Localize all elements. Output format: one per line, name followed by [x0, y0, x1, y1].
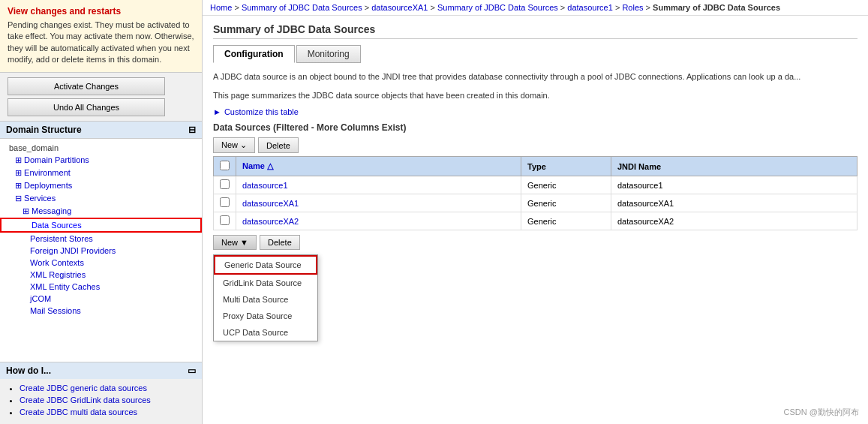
sidebar-buttons: Activate Changes Undo All Changes — [0, 73, 202, 122]
customize-link[interactable]: ► Customize this table — [213, 107, 857, 116]
row3-jndi: datasourceXA2 — [611, 212, 857, 230]
header-type: Type — [521, 157, 611, 176]
row1-checkbox — [214, 176, 236, 194]
breadcrumb-roles[interactable]: Roles — [622, 3, 643, 12]
tree-item-mail-sessions[interactable]: Mail Sessions — [0, 305, 202, 317]
table-toolbar-bottom-wrapper: New ▼ Delete Generic Data Source GridLin… — [213, 235, 857, 250]
dropdown-proxy-label: Proxy Data Source — [223, 311, 292, 320]
row1-name-link[interactable]: datasource1 — [242, 181, 288, 190]
activate-changes-button[interactable]: Activate Changes — [8, 77, 165, 95]
domain-structure-header: Domain Structure ⊟ — [0, 122, 202, 139]
tab-configuration[interactable]: Configuration — [213, 45, 295, 63]
select-all-checkbox[interactable] — [220, 161, 230, 170]
dropdown-gridlink-label: GridLink Data Source — [223, 278, 302, 287]
row2-checkbox — [214, 194, 236, 212]
tree-item-base-domain[interactable]: base_domain — [0, 142, 202, 154]
page-body: Summary of JDBC Data Sources Configurati… — [203, 16, 868, 424]
tree-item-xml-registries[interactable]: XML Registries — [0, 269, 202, 281]
table-row: datasource1 Generic datasource1 — [214, 176, 857, 194]
row3-checkbox — [214, 212, 236, 230]
tree-item-services[interactable]: ⊟ Services — [0, 192, 202, 205]
tree-item-domain-partitions[interactable]: ⊞ Domain Partitions — [0, 154, 202, 167]
delete-button-bottom[interactable]: Delete — [260, 235, 300, 250]
tree-item-data-sources[interactable]: Data Sources — [0, 218, 202, 233]
customize-link-label: Customize this table — [224, 107, 299, 116]
how-do-i-collapse-icon[interactable]: ▭ — [188, 365, 196, 376]
table-toolbar-bottom: New ▼ Delete Generic Data Source GridLin… — [213, 235, 857, 250]
new-button-top[interactable]: New ⌄ — [213, 137, 255, 153]
row1-select[interactable] — [220, 179, 230, 189]
tree-area: base_domain ⊞ Domain Partitions ⊞ Enviro… — [0, 139, 202, 362]
row3-name: datasourceXA2 — [236, 212, 521, 230]
new-dropdown-menu: Generic Data Source GridLink Data Source… — [213, 254, 318, 341]
undo-changes-button[interactable]: Undo All Changes — [8, 98, 165, 116]
domain-structure-label: Domain Structure — [6, 125, 82, 135]
how-do-i-item-1[interactable]: Create JDBC generic data sources — [20, 383, 194, 392]
watermark: CSDN @勤快的阿布 — [784, 407, 859, 418]
dropdown-item-generic[interactable]: Generic Data Source — [214, 255, 317, 275]
alert-text: Pending changes exist. They must be acti… — [8, 20, 194, 66]
breadcrumb-summary-2[interactable]: Summary of JDBC Data Sources — [437, 3, 558, 12]
description-1: A JDBC data source is an object bound to… — [213, 71, 857, 83]
tabs: Configuration Monitoring — [213, 45, 857, 63]
dropdown-generic-label: Generic Data Source — [224, 260, 302, 269]
tree-item-messaging[interactable]: ⊞ Messaging — [0, 205, 202, 218]
how-do-i-content: Create JDBC generic data sources Create … — [0, 379, 202, 424]
row2-type: Generic — [521, 194, 611, 212]
dropdown-item-gridlink[interactable]: GridLink Data Source — [214, 275, 317, 291]
header-checkbox — [214, 157, 236, 176]
row3-type: Generic — [521, 212, 611, 230]
dropdown-multi-label: Multi Data Source — [223, 295, 288, 304]
dropdown-item-proxy[interactable]: Proxy Data Source — [214, 308, 317, 324]
row2-select[interactable] — [220, 197, 230, 207]
breadcrumb-home[interactable]: Home — [210, 3, 232, 12]
customize-arrow-icon: ► — [213, 107, 221, 116]
row3-select[interactable] — [220, 215, 230, 225]
delete-button-top[interactable]: Delete — [258, 137, 299, 153]
table-section-title: Data Sources (Filtered - More Columns Ex… — [213, 122, 857, 133]
domain-structure-icon: ⊟ — [188, 125, 196, 135]
row1-name: datasource1 — [236, 176, 521, 194]
main-content: Home > Summary of JDBC Data Sources > da… — [203, 0, 868, 424]
tree-item-deployments[interactable]: ⊞ Deployments — [0, 179, 202, 192]
table-toolbar-top: New ⌄ Delete — [213, 137, 857, 153]
tree-item-persistent-stores[interactable]: Persistent Stores — [0, 233, 202, 245]
how-do-i-header: How do I... ▭ — [0, 362, 202, 379]
alert-title: View changes and restarts — [8, 6, 194, 17]
breadcrumb-summary-1[interactable]: Summary of JDBC Data Sources — [242, 3, 362, 12]
breadcrumb-current: Summary of JDBC Data Sources — [653, 3, 780, 12]
tree-item-jcom[interactable]: jCOM — [0, 293, 202, 305]
table-row: datasourceXA2 Generic datasourceXA2 — [214, 212, 857, 230]
how-do-i-label: How do I... — [6, 365, 51, 376]
sidebar-alert: View changes and restarts Pending change… — [0, 0, 202, 73]
tree-item-xml-entity-caches[interactable]: XML Entity Caches — [0, 281, 202, 293]
row2-name: datasourceXA1 — [236, 194, 521, 212]
sidebar: View changes and restarts Pending change… — [0, 0, 203, 424]
how-do-i-item-3[interactable]: Create JDBC multi data sources — [20, 407, 194, 416]
tab-monitoring[interactable]: Monitoring — [296, 45, 361, 63]
table-row: datasourceXA1 Generic datasourceXA1 — [214, 194, 857, 212]
row1-jndi: datasource1 — [611, 176, 857, 194]
header-name: Name △ — [236, 157, 521, 176]
new-button-bottom[interactable]: New ▼ — [213, 235, 257, 250]
sort-name-link[interactable]: Name △ — [242, 161, 273, 170]
row2-name-link[interactable]: datasourceXA1 — [242, 199, 299, 208]
row2-jndi: datasourceXA1 — [611, 194, 857, 212]
header-jndi: JNDI Name — [611, 157, 857, 176]
dropdown-item-ucp[interactable]: UCP Data Source — [214, 324, 317, 341]
dropdown-ucp-label: UCP Data Source — [223, 328, 288, 337]
page-title: Summary of JDBC Data Sources — [213, 23, 857, 39]
description-2: This page summarizes the JDBC data sourc… — [213, 89, 857, 102]
tree-item-foreign-jndi[interactable]: Foreign JNDI Providers — [0, 245, 202, 257]
row3-name-link[interactable]: datasourceXA2 — [242, 217, 299, 226]
row1-type: Generic — [521, 176, 611, 194]
dropdown-item-multi[interactable]: Multi Data Source — [214, 291, 317, 308]
data-table: Name △ Type JNDI Name datasource1 Generi… — [213, 156, 857, 230]
breadcrumb-datasource1[interactable]: datasource1 — [567, 3, 613, 12]
tree-item-environment[interactable]: ⊞ Environment — [0, 167, 202, 179]
breadcrumb: Home > Summary of JDBC Data Sources > da… — [203, 0, 868, 16]
tree-item-work-contexts[interactable]: Work Contexts — [0, 257, 202, 269]
breadcrumb-datasourcetxa1[interactable]: datasourceXA1 — [371, 3, 428, 12]
how-do-i-item-2[interactable]: Create JDBC GridLink data sources — [20, 395, 194, 404]
